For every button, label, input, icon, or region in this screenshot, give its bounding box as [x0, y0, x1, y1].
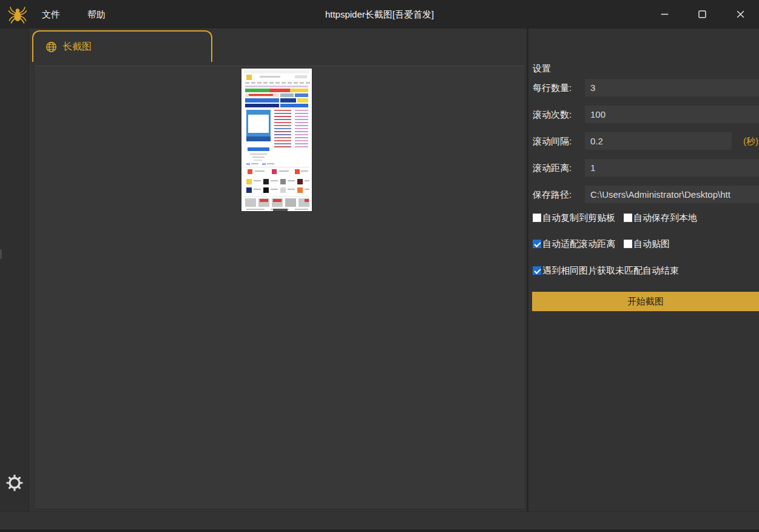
checkbox-row-2: 自动适配滚动距离 自动贴图	[533, 238, 678, 249]
scroll-interval-input[interactable]	[585, 132, 732, 150]
field-save-path: 保存路径:	[528, 186, 759, 203]
captured-page-thumbnail[interactable]	[241, 69, 312, 211]
settings-header: 设置	[533, 63, 551, 75]
left-sidebar	[0, 29, 29, 511]
per-row-count-input[interactable]	[585, 79, 759, 96]
title-bar: 文件 帮助 httpspider长截图[吾爱首发]	[0, 0, 759, 29]
save-path-input[interactable]	[585, 186, 759, 203]
checkbox-auto-save-local[interactable]: 自动保存到本地	[624, 212, 697, 224]
field-scroll-times: 滚动次数:	[528, 106, 759, 123]
checkbox-box[interactable]	[533, 240, 541, 248]
scroll-distance-label: 滚动距离:	[533, 159, 572, 177]
checkbox-label: 遇到相同图片获取未匹配自动结束	[542, 265, 679, 277]
field-scroll-distance: 滚动距离:	[528, 159, 759, 177]
window-title: httpspider长截图[吾爱首发]	[0, 0, 759, 29]
pin-button[interactable]	[612, 0, 641, 29]
scroll-times-input[interactable]	[585, 106, 759, 123]
tab-long-screenshot[interactable]: 长截图	[32, 30, 212, 62]
capture-preview-canvas	[34, 66, 525, 510]
checkbox-auto-copy-clipboard[interactable]: 自动复制到剪贴板	[533, 212, 615, 224]
checkbox-box[interactable]	[533, 214, 541, 222]
window-bottom-edge	[0, 530, 759, 532]
checkbox-auto-paste-image[interactable]: 自动贴图	[624, 238, 670, 250]
settings-gear-button[interactable]	[5, 474, 24, 492]
checkbox-label: 自动适配滚动距离	[542, 238, 615, 250]
field-scroll-interval: 滚动间隔: (秒)	[528, 132, 759, 150]
seconds-unit-label: (秒)	[743, 132, 758, 150]
checkbox-auto-fit-scroll-distance[interactable]: 自动适配滚动距离	[533, 238, 615, 250]
save-path-label: 保存路径:	[533, 186, 572, 203]
status-bar	[0, 511, 759, 530]
field-per-row-count: 每行数量:	[528, 79, 759, 96]
per-row-count-label: 每行数量:	[533, 79, 572, 96]
checkbox-label: 自动保存到本地	[633, 212, 697, 224]
scroll-times-label: 滚动次数:	[533, 106, 572, 123]
checkbox-box[interactable]	[624, 214, 632, 222]
start-capture-button[interactable]: 开始截图	[532, 292, 759, 311]
checkbox-row-3: 遇到相同图片获取未匹配自动结束	[533, 265, 687, 276]
checkbox-label: 自动复制到剪贴板	[542, 212, 615, 224]
checkbox-label: 自动贴图	[633, 238, 670, 250]
gear-icon	[6, 474, 23, 491]
maximize-button[interactable]	[688, 0, 717, 29]
checkbox-box[interactable]	[533, 266, 541, 275]
checkbox-auto-end-on-duplicate[interactable]: 遇到相同图片获取未匹配自动结束	[533, 265, 679, 277]
minimize-button[interactable]	[650, 0, 679, 29]
checkbox-row-1: 自动复制到剪贴板 自动保存到本地	[533, 212, 706, 223]
checkbox-box[interactable]	[624, 240, 632, 248]
scroll-interval-label: 滚动间隔:	[533, 132, 572, 150]
globe-icon	[46, 41, 57, 53]
left-edge-grip	[0, 249, 2, 259]
tab-label: 长截图	[62, 41, 92, 53]
scroll-distance-input[interactable]	[585, 159, 759, 177]
close-button[interactable]	[726, 0, 755, 29]
settings-panel: 设置 每行数量: 滚动次数: 滚动间隔: (秒) 滚动距离: 保存路径: 自动复…	[528, 29, 759, 511]
